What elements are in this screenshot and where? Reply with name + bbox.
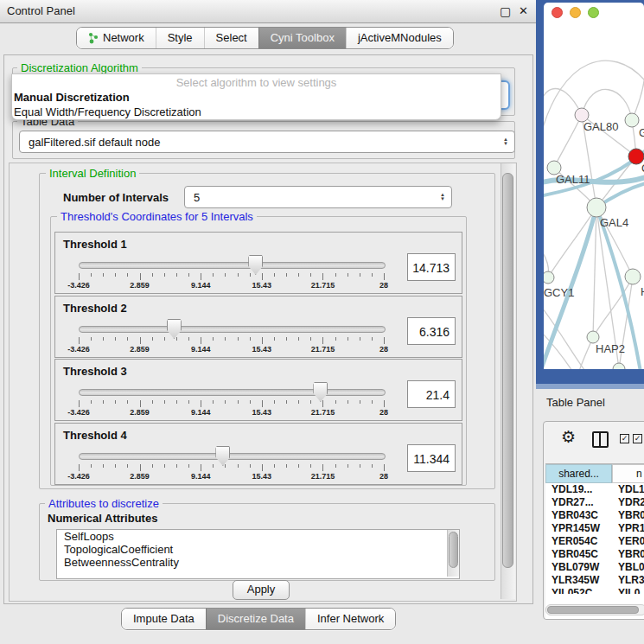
table-hscrollbar-thumb[interactable]	[547, 606, 639, 614]
list-item-selfloops[interactable]: SelfLoops	[57, 530, 459, 543]
threshold-slider-track[interactable]	[79, 389, 386, 396]
threshold-value-field[interactable]: 11.344	[407, 444, 456, 472]
tab-label: Impute Data	[133, 609, 194, 629]
tab-select[interactable]: Select	[204, 28, 258, 48]
table-data-value: galFiltered.sif default node	[29, 136, 160, 149]
table-cell: YIL0	[612, 587, 640, 594]
tick-mark	[115, 273, 116, 277]
table-header: shared...n	[545, 464, 644, 483]
zoom-traffic-light[interactable]	[588, 7, 599, 18]
node-table: shared...n YDL19...YDL1YDR27...YDR2YBR04…	[545, 463, 644, 619]
gear-icon[interactable]: ⚙	[561, 427, 576, 447]
tick-mark	[384, 464, 385, 471]
tick-label: 2.859	[130, 408, 150, 417]
tick-label: 28	[379, 345, 388, 354]
tick-mark	[238, 273, 239, 277]
tick-mark	[91, 464, 92, 468]
split-columns-icon[interactable]	[592, 431, 609, 448]
table-cell: YPR1	[612, 522, 644, 535]
tab-impute-data[interactable]: Impute Data	[122, 609, 206, 629]
network-node-hap2[interactable]	[587, 331, 599, 343]
table-column-header-2[interactable]: n	[612, 464, 644, 483]
tick-mark	[79, 337, 80, 344]
tick-label: 28	[379, 408, 388, 417]
threshold-slider-thumb[interactable]	[248, 255, 263, 275]
screen: Control Panel ▢ ✕ NetworkStyleSelectCyni…	[0, 0, 644, 644]
close-icon[interactable]: ✕	[519, 4, 528, 17]
threshold-slider-thumb[interactable]	[167, 319, 182, 339]
table-row[interactable]: YIL052CYIL0	[545, 587, 644, 594]
table-row[interactable]: YLR345WYLR3	[545, 574, 644, 587]
table-row[interactable]: YBL079WYBL0	[545, 561, 644, 574]
checkbox-icon[interactable]: ✓	[620, 434, 629, 443]
table-column-header-1[interactable]: shared...	[545, 464, 612, 483]
tick-mark	[335, 464, 336, 468]
tab-style[interactable]: Style	[156, 28, 204, 48]
table-row[interactable]: YDL19...YDL1	[545, 483, 644, 496]
tab-infer-network[interactable]: Infer Network	[305, 609, 395, 629]
tick-mark	[79, 400, 80, 407]
tick-mark	[201, 273, 201, 280]
attributes-listbox[interactable]: SelfLoopsTopologicalCoefficientBetweenne…	[56, 529, 460, 579]
tab-cyni-toolbox[interactable]: Cyni Toolbox	[258, 28, 346, 48]
tick-mark	[188, 464, 189, 468]
network-node[interactable]	[613, 363, 625, 369]
network-node-h[interactable]	[625, 269, 641, 284]
table-row[interactable]: YER054CYER0	[545, 535, 644, 548]
network-node-gcy1[interactable]	[544, 271, 554, 284]
tick-mark	[188, 400, 189, 404]
list-item-betweennesscentrality[interactable]: BetweennessCentrality	[57, 556, 459, 569]
tab-network[interactable]: Network	[77, 28, 156, 48]
threshold-value-field[interactable]: 14.713	[407, 253, 456, 281]
tick-mark	[176, 337, 177, 341]
tick-mark	[372, 273, 373, 277]
tab-label: Infer Network	[317, 609, 384, 629]
panel-title: Control Panel	[7, 4, 75, 17]
threshold-value-field[interactable]: 6.316	[407, 317, 456, 345]
tick-mark	[250, 337, 251, 341]
num-intervals-combobox[interactable]: 5 ▲▼	[184, 186, 452, 208]
threshold-slider-thumb[interactable]	[313, 382, 328, 402]
table-cell: YDL19...	[545, 483, 612, 496]
thresholds-group-title: Threshold's Coordinates for 5 Intervals	[57, 210, 257, 223]
threshold-slider-thumb[interactable]	[215, 446, 230, 466]
table-cell: YBL0	[612, 561, 644, 574]
network-node-ga[interactable]	[625, 113, 639, 127]
list-item-topologicalcoefficient[interactable]: TopologicalCoefficient	[57, 543, 459, 556]
apply-button[interactable]: Apply	[233, 580, 290, 600]
table-row[interactable]: YPR145WYPR1	[545, 522, 644, 535]
tick-mark	[188, 337, 189, 341]
tick-mark	[115, 464, 116, 468]
attributes-group-title: Attributes to discretize	[45, 497, 163, 510]
table-row[interactable]: YBR045CYBR0	[545, 548, 644, 561]
table-row[interactable]: YDR27...YDR2	[545, 496, 644, 509]
float-window-icon[interactable]: ▢	[500, 4, 511, 18]
threshold-slider-track[interactable]	[79, 262, 386, 269]
tick-mark	[348, 400, 348, 404]
network-canvas[interactable]: GAL80GACGAL11GAL4GCY1HHAP2	[544, 19, 644, 369]
close-traffic-light[interactable]	[552, 7, 563, 18]
table-hscrollbar-track[interactable]	[545, 604, 644, 615]
tab-jactivemnodules[interactable]: jActiveMNodules	[346, 28, 453, 48]
table-cell: YER0	[612, 535, 644, 548]
checkbox-icon[interactable]: ✓	[633, 434, 642, 443]
tick-mark	[250, 464, 251, 468]
interval-group-title: Interval Definition	[46, 167, 139, 180]
threshold-slider-track[interactable]	[79, 326, 386, 333]
minimize-traffic-light[interactable]	[570, 7, 581, 18]
tab-discretize-data[interactable]: Discretize Data	[206, 609, 305, 629]
tick-mark	[310, 273, 311, 277]
dropdown-option-equal-width-frequency-discretization[interactable]: Equal Width/Frequency Discretization	[12, 105, 501, 119]
tick-mark	[310, 464, 311, 468]
tick-mark	[298, 273, 299, 277]
table-data-combobox[interactable]: galFiltered.sif default node ▲▼	[19, 131, 515, 153]
threshold-value-field[interactable]: 21.4	[407, 380, 456, 408]
main-scrollbar-thumb[interactable]	[502, 173, 513, 568]
network-node-gal4[interactable]	[587, 198, 606, 217]
table-row[interactable]: YBR043CYBR0	[545, 509, 644, 522]
threshold-slider-track[interactable]	[79, 453, 386, 460]
tick-label: 21.715	[311, 345, 335, 354]
tick-mark	[360, 337, 360, 341]
dropdown-option-manual-discretization[interactable]: Manual Discretization	[12, 90, 501, 105]
attributes-scrollbar-thumb[interactable]	[449, 532, 458, 568]
